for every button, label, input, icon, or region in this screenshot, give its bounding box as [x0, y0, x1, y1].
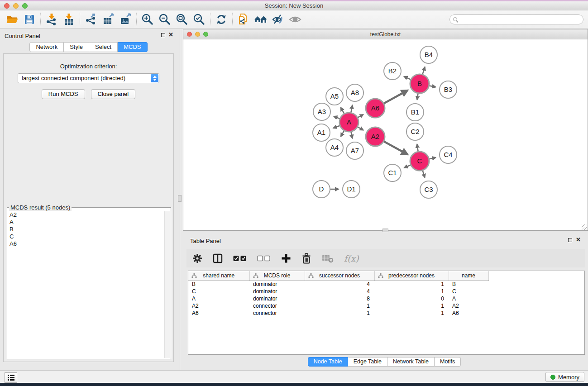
refresh-button[interactable]	[213, 12, 230, 27]
close-panel-icon[interactable]: ✕	[168, 31, 173, 38]
graph-edge-A-A1[interactable]	[333, 126, 339, 128]
graph-edge-B-B4[interactable]	[423, 67, 425, 74]
tab-select[interactable]: Select	[89, 42, 118, 52]
criterion-select[interactable]: largest connected component (directed)	[18, 73, 159, 83]
tab-node-table[interactable]: Node Table	[308, 357, 348, 367]
zoom-fit-button[interactable]	[173, 12, 191, 27]
graph-edge-C-C3[interactable]	[423, 171, 425, 177]
table-settings-button[interactable]	[192, 253, 202, 263]
close-table-panel-icon[interactable]: ✕	[576, 236, 581, 243]
result-list-item[interactable]: A2	[8, 211, 164, 219]
column-header-name[interactable]: name	[449, 271, 488, 281]
close-panel-button[interactable]: Close panel	[91, 89, 136, 99]
memory-button[interactable]: Memory	[545, 372, 584, 382]
result-list-item[interactable]: B	[8, 226, 164, 233]
zoom-selected-button[interactable]	[191, 12, 208, 27]
network-graph[interactable]: B4B2BB3A5A8A6B1A3AC2A1A2A4A7C4CC1C3DD1	[183, 40, 588, 230]
add-column-button[interactable]	[281, 253, 291, 263]
export-network-button[interactable]	[82, 12, 100, 27]
table-row[interactable]: Adominator80A	[188, 295, 488, 302]
table-cell[interactable]: C	[449, 288, 488, 295]
table-row[interactable]: Bdominator41B	[188, 281, 488, 288]
table-cell[interactable]: 1	[374, 288, 449, 295]
tab-style[interactable]: Style	[64, 42, 89, 52]
import-table-button[interactable]	[60, 12, 77, 27]
table-cell[interactable]: 1	[305, 302, 374, 310]
import-network-button[interactable]	[43, 12, 60, 27]
vertical-divider-handle[interactable]	[178, 195, 182, 202]
birds-eye-view-button[interactable]	[287, 12, 304, 27]
graph-edge-C-C4[interactable]	[429, 157, 435, 159]
table-cell[interactable]: 1	[374, 310, 449, 317]
network-canvas[interactable]: B4B2BB3A5A8A6B1A3AC2A1A2A4A7C4CC1C3DD1	[183, 40, 588, 230]
table-cell[interactable]: 8	[305, 295, 374, 302]
graph-edge-B-B3[interactable]	[430, 86, 436, 87]
delete-column-button[interactable]	[301, 253, 311, 264]
table-cell[interactable]: B	[449, 281, 488, 288]
table-cell[interactable]: A6	[188, 310, 249, 317]
table-cell[interactable]: A6	[449, 310, 488, 317]
node-table[interactable]: shared nameMCDS rolesuccessor nodesprede…	[188, 271, 585, 355]
select-all-button[interactable]	[233, 255, 247, 262]
tab-mcds[interactable]: MCDS	[118, 42, 147, 52]
graph-edge-A-A5[interactable]	[341, 107, 344, 113]
column-header-MCDS-role[interactable]: MCDS role	[249, 271, 305, 281]
tab-network-table[interactable]: Network Table	[387, 357, 435, 367]
zoom-in-button[interactable]	[139, 12, 156, 27]
task-history-button[interactable]	[5, 372, 17, 383]
function-builder-button[interactable]: f(x)	[344, 253, 359, 263]
export-image-button[interactable]	[117, 12, 134, 27]
toggle-graphics-details-button[interactable]	[269, 12, 287, 27]
search-input[interactable]	[459, 16, 583, 23]
graph-edge-A-A7[interactable]	[351, 132, 352, 138]
graph-edge-A6-B[interactable]	[384, 90, 407, 103]
mcds-result-list[interactable]: A2ABCA6	[8, 211, 164, 358]
run-mcds-button[interactable]: Run MCDS	[42, 89, 85, 99]
deselect-all-button[interactable]	[257, 255, 271, 262]
graph-edge-A2-C[interactable]	[384, 142, 407, 155]
column-header-shared-name[interactable]: shared name	[188, 271, 249, 281]
table-row[interactable]: A2connector11A2	[188, 302, 488, 310]
table-cell[interactable]: A	[449, 295, 488, 302]
float-panel-icon[interactable]	[161, 33, 165, 37]
table-row[interactable]: Cdominator41C	[188, 288, 488, 295]
tab-network[interactable]: Network	[29, 42, 64, 52]
table-cell[interactable]: 1	[374, 281, 449, 288]
table-cell[interactable]: 0	[374, 295, 449, 302]
result-list-item[interactable]: A6	[8, 240, 164, 248]
graph-edge-B-B2[interactable]	[404, 76, 411, 80]
graph-edge-A-A6[interactable]	[358, 114, 363, 117]
result-list-scrollbar[interactable]	[164, 211, 170, 358]
column-header-predecessor-nodes[interactable]: predecessor nodes	[374, 271, 449, 281]
table-cell[interactable]: connector	[249, 310, 305, 317]
network-window-titlebar[interactable]: testGlobe.txt	[183, 29, 588, 39]
clone-network-button[interactable]	[235, 12, 252, 27]
float-table-panel-icon[interactable]	[568, 238, 572, 242]
search-field[interactable]	[449, 14, 583, 24]
table-cell[interactable]: A	[188, 295, 249, 302]
open-session-button[interactable]	[4, 12, 21, 27]
home-button[interactable]	[252, 12, 269, 27]
graph-edge-B-B1[interactable]	[417, 94, 418, 100]
graph-edge-A-A4[interactable]	[341, 131, 344, 137]
table-cell[interactable]: 4	[305, 281, 374, 288]
table-cell[interactable]: C	[188, 288, 249, 295]
result-list-item[interactable]: A	[8, 219, 164, 226]
save-session-button[interactable]	[21, 12, 38, 27]
split-columns-button[interactable]	[213, 253, 223, 263]
table-cell[interactable]: connector	[249, 302, 305, 310]
table-cell[interactable]: 4	[305, 288, 374, 295]
table-cell[interactable]: B	[188, 281, 249, 288]
horizontal-divider-handle[interactable]	[382, 229, 388, 232]
zoom-out-button[interactable]	[156, 12, 173, 27]
graph-edge-A-A8[interactable]	[351, 105, 352, 112]
resize-grip-icon[interactable]	[582, 224, 587, 230]
table-cell[interactable]: 1	[374, 302, 449, 310]
table-cell[interactable]: A2	[188, 302, 249, 310]
graph-edge-A-A3[interactable]	[334, 116, 339, 119]
table-cell[interactable]: dominator	[249, 288, 305, 295]
column-header-successor-nodes[interactable]: successor nodes	[305, 271, 374, 281]
table-cell[interactable]: dominator	[249, 295, 305, 302]
table-cell[interactable]: A2	[449, 302, 488, 310]
result-list-item[interactable]: C	[8, 233, 164, 240]
